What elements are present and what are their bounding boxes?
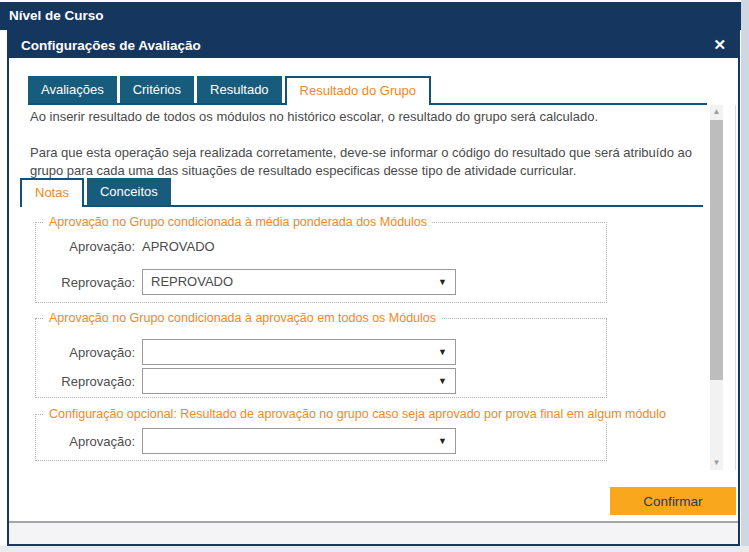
main-tab-bar: Avaliações Critérios Resultado Resultado…	[28, 76, 431, 105]
field-label: Aprovação:	[52, 345, 135, 360]
section-media-ponderada: Aprovação no Grupo condicionada à média …	[35, 222, 607, 303]
dialog-header: Configurações de Avaliação ✕	[9, 32, 738, 58]
window-title: Nível de Curso	[9, 8, 104, 23]
field-label: Reprovação:	[52, 275, 135, 290]
page-background-bottom	[0, 546, 749, 552]
chevron-down-icon: ▼	[438, 340, 447, 364]
vertical-scrollbar[interactable]: ▲ ▼	[710, 105, 723, 470]
aprovacao-select[interactable]: ▼	[142, 428, 456, 454]
sub-tab-bar: Notas Conceitos	[20, 178, 171, 207]
select-value: REPROVADO	[151, 274, 233, 289]
aprovacao-select[interactable]: ▼	[142, 339, 456, 365]
section-configuracao-opcional: Configuração opcional: Resultado de apro…	[35, 414, 607, 461]
tab-resultado-do-grupo[interactable]: Resultado do Grupo	[285, 76, 431, 105]
field-row: Aprovação: ▼	[52, 339, 456, 365]
field-row: Reprovação: REPROVADO ▼	[52, 269, 456, 295]
page-background-right	[741, 0, 749, 552]
subtab-notas[interactable]: Notas	[20, 178, 84, 207]
reprovacao-select[interactable]: REPROVADO ▼	[142, 269, 456, 295]
section-aprovacao-todos-modulos: Aprovação no Grupo condicionada à aprova…	[35, 318, 607, 398]
field-label: Aprovação:	[52, 239, 135, 254]
scroll-down-icon[interactable]: ▼	[710, 456, 723, 470]
field-label: Aprovação:	[52, 434, 135, 449]
intro-paragraph-1: Ao inserir resultado de todos os módulos…	[30, 108, 720, 126]
section-legend: Aprovação no Grupo condicionada à aprova…	[44, 311, 441, 325]
dialog-title: Configurações de Avaliação	[9, 38, 201, 53]
field-row: Aprovação: APROVADO	[52, 239, 215, 254]
subtab-conceitos[interactable]: Conceitos	[87, 178, 171, 205]
field-row: Reprovação: ▼	[52, 368, 456, 394]
field-label: Reprovação:	[52, 374, 135, 389]
tab-avaliacoes[interactable]: Avaliações	[28, 76, 117, 103]
scrollbar-thumb[interactable]	[710, 120, 723, 380]
footer-strip	[9, 523, 738, 544]
close-icon[interactable]: ✕	[709, 32, 730, 58]
chevron-down-icon: ▼	[438, 270, 447, 294]
section-legend: Aprovação no Grupo condicionada à média …	[44, 215, 432, 229]
field-row: Aprovação: ▼	[52, 428, 456, 454]
tab-resultado[interactable]: Resultado	[197, 76, 282, 103]
window-title-bar: Nível de Curso	[0, 2, 741, 30]
scroll-up-icon[interactable]: ▲	[710, 105, 723, 119]
screen: Nível de Curso Configurações de Avaliaçã…	[0, 0, 749, 552]
chevron-down-icon: ▼	[438, 429, 447, 453]
content-panel-edge	[735, 105, 736, 470]
reprovacao-select[interactable]: ▼	[142, 368, 456, 394]
tab-criterios[interactable]: Critérios	[120, 76, 194, 103]
dialog-configuracoes-avaliacao: Configurações de Avaliação ✕ Avaliações …	[7, 30, 740, 546]
section-legend: Configuração opcional: Resultado de apro…	[44, 407, 671, 421]
confirm-button[interactable]: Confirmar	[610, 487, 736, 515]
aprovacao-static-value: APROVADO	[142, 239, 215, 254]
chevron-down-icon: ▼	[438, 369, 447, 393]
intro-paragraph-2: Para que esta operação seja realizada co…	[30, 144, 720, 180]
